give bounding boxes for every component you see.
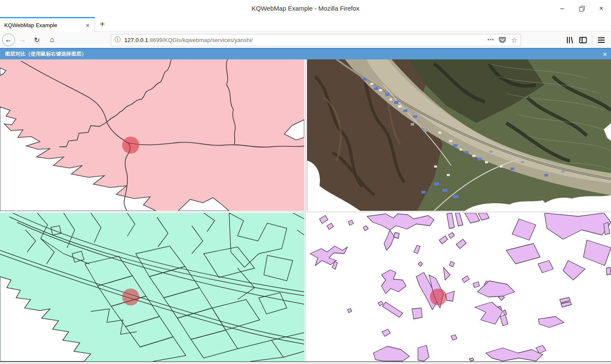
url-path: :8699/KQGis/kqwebmap/services/yanshi/ (148, 37, 252, 43)
window-controls: – × (552, 0, 611, 17)
library-icon[interactable] (564, 34, 577, 46)
tab-strip: KQWebMap Example × + (0, 17, 611, 32)
window-close-button[interactable]: × (591, 0, 611, 17)
bottom-edge-strip (0, 361, 611, 364)
sidebar-toggle-icon[interactable] (577, 34, 589, 46)
home-button[interactable]: ⌂ (46, 34, 58, 46)
page-actions-icon[interactable]: ••• (488, 37, 494, 43)
forward-button[interactable]: → (17, 34, 28, 46)
window-minimize-button[interactable]: – (552, 0, 572, 17)
window-titlebar: KQWebMap Example - Mozilla Firefox (0, 0, 611, 17)
map-compare-grid (0, 59, 611, 361)
banner-title: 图层对比（使用鼠标右键选择图层） (0, 50, 87, 58)
window-restore-button[interactable] (572, 0, 591, 17)
map-marker (122, 137, 139, 154)
banner-close-icon[interactable]: × (603, 49, 607, 59)
map-marker (122, 288, 139, 305)
parcel-map-canvas (0, 213, 304, 361)
scatter-map-canvas (307, 213, 611, 361)
map-marker (430, 288, 447, 305)
restore-icon (579, 6, 585, 11)
site-info-icon[interactable]: ⓘ (115, 36, 121, 44)
map-pane-scattered-parcels[interactable] (307, 213, 611, 361)
district-map-canvas (0, 59, 304, 211)
back-button[interactable]: ← (2, 34, 15, 46)
toolbar-separator (592, 35, 592, 45)
map-pane-satellite[interactable] (307, 59, 611, 211)
layer-compare-banner: 图层对比（使用鼠标右键选择图层） × (0, 48, 611, 59)
url-bar[interactable]: ⓘ 127.0.0.1:8699/KQGis/kqwebmap/services… (111, 34, 521, 46)
pane-divider-vertical[interactable] (305, 59, 306, 361)
url-text[interactable]: 127.0.0.1:8699/KQGis/kqwebmap/services/y… (124, 37, 483, 43)
satellite-canvas (307, 59, 611, 211)
bookmark-star-icon[interactable]: ☆ (511, 36, 517, 44)
tab-close-icon[interactable]: × (84, 22, 91, 29)
map-pane-land-parcels[interactable] (0, 213, 304, 361)
url-host: 127.0.0.1 (124, 37, 148, 43)
map-pane-district-boundaries[interactable] (0, 59, 304, 211)
pane-divider-horizontal[interactable] (0, 212, 611, 212)
new-tab-button[interactable]: + (95, 17, 109, 32)
tab-title: KQWebMap Example (4, 22, 84, 28)
active-tab[interactable]: KQWebMap Example × (0, 17, 95, 32)
navigation-toolbar: ← → ↻ ⌂ ⓘ 127.0.0.1:8699/KQGis/kqwebmap/… (0, 32, 611, 48)
menu-hamburger-icon[interactable] (595, 34, 608, 46)
pocket-icon[interactable] (499, 36, 507, 43)
window-title: KQWebMap Example - Mozilla Firefox (0, 0, 611, 17)
reload-button[interactable]: ↻ (31, 34, 43, 46)
